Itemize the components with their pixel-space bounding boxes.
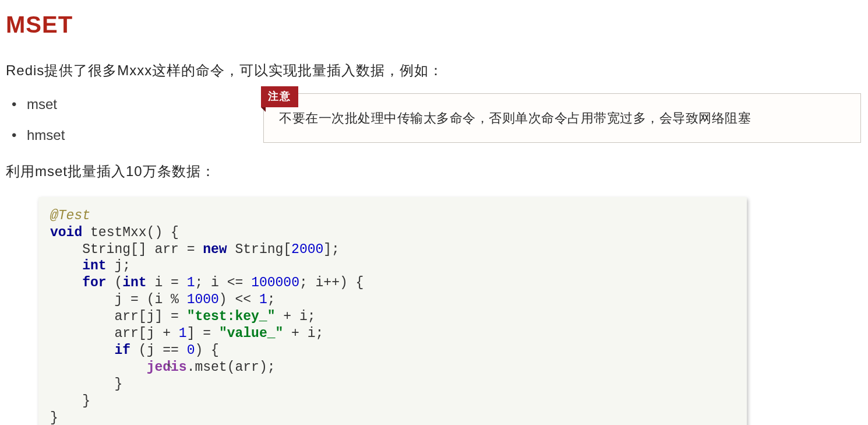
code-number: 2000 [291,242,323,257]
note-text: 不要在一次批处理中传输太多命令，否则单次命令占用带宽过多，会导致网络阻塞 [263,93,861,143]
code-keyword-if: if [114,343,130,358]
code-number: 1000 [187,292,219,307]
code-text: j = (i % [50,292,187,307]
code-text: + i; [275,309,315,324]
code-text: (j == [130,343,187,358]
code-text: } [50,394,90,409]
code-text: ; i <= [195,275,252,290]
code-text: ]; [323,242,340,257]
code-string: "test:key_" [187,309,276,324]
code-number: 100000 [251,275,299,290]
code-number: 0 [187,343,195,358]
note-callout: 注意 不要在一次批处理中传输太多命令，否则单次命令占用带宽过多，会导致网络阻塞 [263,93,861,143]
code-keyword-int: int [122,275,146,290]
code-string: "value_" [219,326,283,341]
code-keyword-void: void [50,225,82,240]
code-number: 1 [187,275,195,290]
code-number: 1 [179,326,187,341]
code-block: @Test void testMxx() { String[] arr = ne… [38,197,747,425]
code-text: } [50,377,122,392]
code-annotation: @Test [50,208,90,223]
code-keyword-int: int [82,258,106,273]
code-text: ] = [187,326,219,341]
code-text: ; i++) { [299,275,364,290]
code-text: arr[j] = [50,309,187,324]
code-keyword-new: new [203,242,227,257]
code-text: ) << [219,292,259,307]
code-text: } [50,410,58,425]
code-text: ( [107,275,123,290]
code-text: j; [107,258,130,273]
code-text: arr[j + [50,326,179,341]
page-title: MSET [6,6,862,43]
code-text: testMxx() { [82,225,179,240]
code-text [50,360,147,375]
slide-page: MSET Redis提供了很多Mxxx这样的命令，可以实现批量插入数据，例如： … [0,0,868,425]
code-field-jedis: jedis [147,360,187,375]
note-tag: 注意 [261,86,298,107]
intro-paragraph: Redis提供了很多Mxxx这样的命令，可以实现批量插入数据，例如： [6,59,862,82]
code-block-container: @Test void testMxx() { String[] arr = ne… [38,197,747,425]
subtext-paragraph: 利用mset批量插入10万条数据： [6,160,862,182]
code-text: + i; [283,326,323,341]
code-number: 1 [259,292,267,307]
code-text: String[] arr = [50,242,203,257]
code-keyword-for: for [82,275,106,290]
code-text: ) { [195,343,218,358]
code-text: i = [147,275,187,290]
code-text: ; [267,292,276,307]
code-text: .mset(arr); [187,360,276,375]
code-text: String[ [227,242,291,257]
